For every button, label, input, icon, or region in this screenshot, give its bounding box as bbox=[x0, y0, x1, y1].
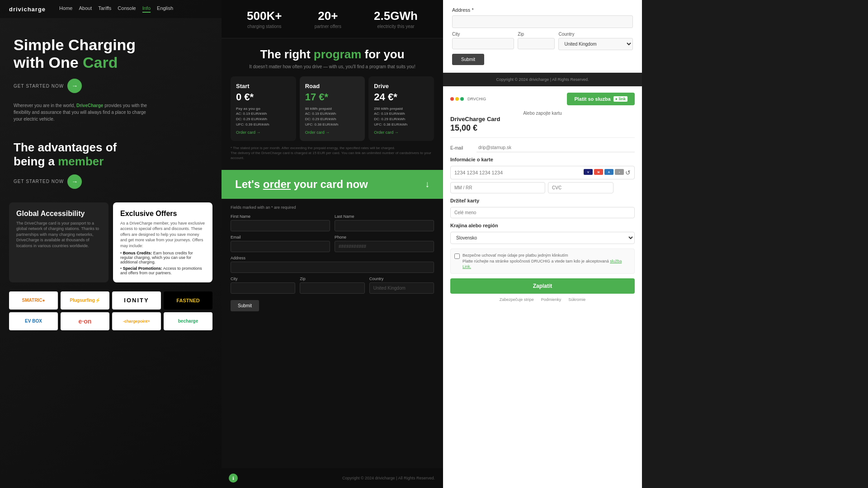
plan-start-name: Start bbox=[236, 83, 291, 89]
partners-grid: SMATRIC● Plugsurfing ⚡ IONITY FASTNED EV… bbox=[9, 291, 212, 330]
contact-row: Email Phone bbox=[231, 235, 434, 252]
cvc-input[interactable] bbox=[548, 182, 613, 193]
country-pay-select[interactable]: Slovensko bbox=[450, 232, 635, 244]
address-section: Address * City Zip Country United Kingdo… bbox=[443, 0, 642, 73]
country-top-select[interactable]: United Kingdom bbox=[558, 38, 633, 50]
plan-drive-f4: UFC: 0.38 EUR/kWh bbox=[374, 122, 429, 127]
pay-stripe-btn[interactable]: Platit so sluzba ● link bbox=[567, 93, 635, 105]
visa-logo: V bbox=[584, 169, 593, 175]
nav-console[interactable]: Console bbox=[118, 5, 136, 13]
get-started-now-label: GET STARTED NOW bbox=[14, 179, 64, 184]
plan-start-f2: AC: 0.19 EUR/kWh bbox=[236, 112, 291, 116]
zip-top-input[interactable] bbox=[518, 38, 555, 49]
card-section-title: Informácie o karte bbox=[450, 157, 635, 162]
partner-fastned: FASTNED bbox=[164, 291, 212, 310]
card-info-icon[interactable]: ↺ bbox=[625, 169, 631, 176]
plan-road-f4: UFC: 0.38 EUR/kWh bbox=[305, 122, 360, 127]
stat-partners-label: partner offers bbox=[315, 24, 341, 29]
stripe-link-text: Alebo zapojte kartu bbox=[450, 111, 635, 116]
payment-header: DRVCHIG Platit so sluzba ● link bbox=[450, 93, 635, 105]
zip-top-group: Zip bbox=[518, 32, 555, 50]
global-card-desc: The DriveCharge card is your passport to… bbox=[16, 221, 101, 249]
form-note: Fields marked with an * are required bbox=[231, 205, 434, 210]
pricing-note: * The stated price is per month. After e… bbox=[231, 145, 434, 161]
country-top-label: Country bbox=[558, 32, 633, 37]
email-payment-input[interactable] bbox=[476, 143, 635, 152]
plan-road-f1: 80 kWh prepaid bbox=[305, 107, 360, 111]
address-label: Address bbox=[231, 256, 434, 260]
country-label: Country bbox=[369, 277, 434, 281]
stat-partners-value: 20+ bbox=[315, 9, 341, 23]
advantages-arrow-btn[interactable]: → bbox=[67, 174, 82, 189]
pay-now-btn[interactable]: Zaplatit bbox=[450, 278, 635, 294]
zip-top-label: Zip bbox=[518, 32, 555, 37]
address-group: Address bbox=[231, 256, 434, 273]
right-footer-top-text: Copyright © 2024 drivicharge | All Right… bbox=[452, 77, 633, 82]
order-cta[interactable]: Let's order your card now ↓ bbox=[222, 170, 443, 199]
nav-info[interactable]: Info bbox=[142, 5, 151, 13]
phone-input[interactable] bbox=[335, 241, 434, 252]
city-input[interactable] bbox=[231, 282, 295, 294]
plan-road-price: 17 €* bbox=[305, 91, 360, 103]
city-group: City bbox=[231, 277, 295, 294]
save-text: Bezpečne uchovať moje údaje pre platbu j… bbox=[462, 253, 631, 270]
payment-footer-links: Zabezpečuje stripe Podmienky Súkromie bbox=[450, 297, 635, 302]
country-input[interactable] bbox=[369, 282, 434, 294]
cardholder-label: Držiteľ karty bbox=[450, 198, 635, 203]
city-top-input[interactable] bbox=[452, 38, 514, 49]
amex-logo: A bbox=[604, 169, 613, 175]
name-row: First Name Last Name bbox=[231, 214, 434, 231]
address-top-input[interactable] bbox=[452, 15, 633, 28]
first-name-group: First Name bbox=[231, 214, 330, 231]
plan-drive-name: Drive bbox=[374, 83, 429, 89]
save-checkbox[interactable] bbox=[454, 253, 460, 259]
stat-charging-label: charging stations bbox=[247, 24, 282, 29]
nav-about[interactable]: About bbox=[79, 5, 92, 13]
card-logos: V M A • ↺ bbox=[584, 169, 631, 176]
address-section-label: Address * bbox=[452, 7, 633, 13]
hero-title: Simple Charging with One Card bbox=[14, 36, 208, 71]
card-number-row: V M A • ↺ bbox=[450, 166, 635, 179]
last-name-input[interactable] bbox=[335, 220, 434, 231]
partner-ionity: IONITY bbox=[112, 291, 161, 310]
get-started-btn[interactable]: GET STARTED NOW → bbox=[14, 79, 208, 93]
partners-section: SMATRIC● Plugsurfing ⚡ IONITY FASTNED EV… bbox=[0, 287, 222, 335]
plan-road-order-btn[interactable]: Order card → bbox=[305, 130, 360, 135]
footer-terms-link[interactable]: Podmienky bbox=[541, 297, 561, 302]
partner-evbox: EV BOX bbox=[9, 312, 58, 330]
pricing-cards: Start 0 €* Pay as you go AC: 0.19 EUR/kW… bbox=[231, 76, 434, 141]
navbar: drivicharge Home About Tariffs Console I… bbox=[0, 0, 222, 18]
footer-stripe-link[interactable]: Zabezpečuje stripe bbox=[500, 297, 534, 302]
nav-tariffs[interactable]: Tariffs bbox=[98, 5, 111, 13]
global-card: Global Accessibility The DriveCharge car… bbox=[9, 202, 108, 282]
email-payment-field: E-mail bbox=[450, 143, 635, 152]
card-number-input[interactable] bbox=[454, 170, 584, 175]
get-started-now-btn[interactable]: GET STARTED NOW → bbox=[14, 174, 208, 189]
nav-home[interactable]: Home bbox=[59, 5, 72, 13]
right-footer-top: Copyright © 2024 drivicharge | All Right… bbox=[443, 73, 642, 86]
first-name-input[interactable] bbox=[231, 220, 330, 231]
address-input[interactable] bbox=[231, 262, 434, 273]
logo: drivicharge bbox=[9, 6, 46, 13]
zip-group: Zip bbox=[300, 277, 364, 294]
cardholder-input[interactable] bbox=[450, 207, 635, 218]
location-row: City Zip Country bbox=[231, 277, 434, 294]
plan-start-f4: UFC: 0.39 EUR/kWh bbox=[236, 122, 291, 127]
email-input[interactable] bbox=[231, 241, 330, 252]
nav-language[interactable]: English bbox=[157, 5, 173, 13]
zip-input[interactable] bbox=[300, 282, 364, 294]
payment-section: DRVCHIG Platit so sluzba ● link Alebo za… bbox=[443, 86, 642, 488]
zip-label: Zip bbox=[300, 277, 364, 281]
address-bottom-row: City Zip Country United Kingdom bbox=[452, 32, 633, 50]
other-card-logo: • bbox=[615, 169, 624, 175]
expiry-input[interactable] bbox=[450, 182, 545, 193]
footer-privacy-link[interactable]: Súkromie bbox=[568, 297, 585, 302]
address-submit-btn[interactable]: Submit bbox=[452, 54, 484, 65]
exclusive-desc: As a DriveCharge member, you have exclus… bbox=[120, 221, 205, 249]
city-label: City bbox=[231, 277, 295, 281]
mastercard-logo: M bbox=[594, 169, 603, 175]
hero-arrow-btn[interactable]: → bbox=[67, 79, 82, 93]
plan-start-order-btn[interactable]: Order card → bbox=[236, 130, 291, 135]
form-submit-btn[interactable]: Submit bbox=[231, 300, 259, 311]
plan-drive-order-btn[interactable]: Order card → bbox=[374, 130, 429, 135]
